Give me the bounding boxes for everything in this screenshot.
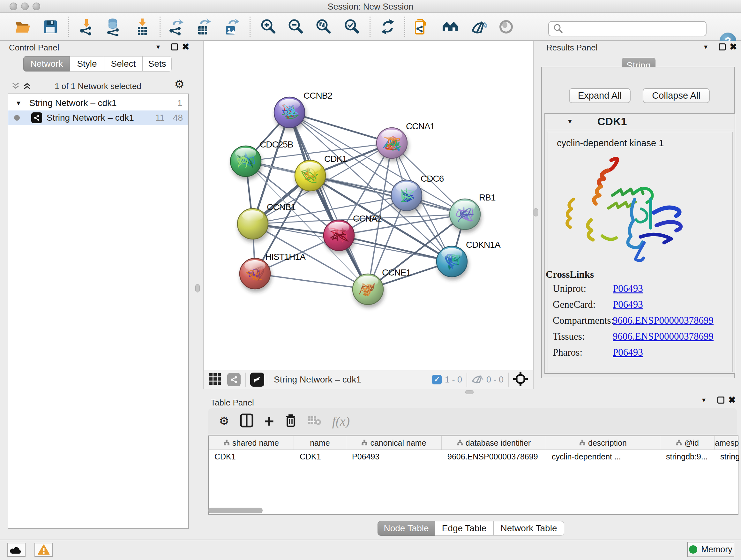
refresh-icon[interactable] [378, 17, 397, 37]
gene-description: cyclin-dependent kinase 1 [557, 138, 664, 148]
show-columns-icon[interactable] [240, 414, 253, 429]
search-field[interactable] [548, 21, 706, 37]
table-cell[interactable]: P06493 [346, 450, 442, 463]
table-cell[interactable]: cyclin-dependent ... [546, 450, 660, 463]
network-node-CCNE1[interactable] [353, 274, 383, 305]
float-panel-icon[interactable]: ▾ [704, 44, 708, 51]
float-panel-icon[interactable]: ▾ [156, 44, 160, 51]
crosslink-link[interactable]: P06493 [613, 299, 643, 310]
network-node-HIST1H1A[interactable] [240, 258, 270, 289]
zoom-selected-icon[interactable] [342, 17, 361, 37]
gene-header-row[interactable]: ▼ CDK1 [545, 114, 735, 129]
network-edge[interactable] [289, 112, 392, 143]
network-node-CCNA2[interactable] [324, 220, 354, 251]
network-edge[interactable] [255, 273, 368, 289]
network-edge[interactable] [289, 112, 368, 289]
tab-sets[interactable]: Sets [143, 56, 172, 71]
import-network-from-database-icon[interactable] [104, 17, 123, 37]
bottom-splitter-handle[interactable] [465, 390, 474, 394]
fit-selected-crosshair-icon[interactable] [513, 372, 528, 388]
add-column-icon[interactable]: + [264, 415, 274, 428]
network-node-CCNA1[interactable] [377, 128, 407, 159]
table-cell[interactable]: CDK1 [209, 450, 294, 463]
table-options-gear-icon[interactable]: ⚙ [219, 415, 229, 427]
crosslink-link[interactable]: 9606.ENSP00000378699 [613, 331, 714, 342]
network-edge[interactable] [339, 235, 452, 261]
birds-eye-view-icon[interactable] [250, 373, 264, 387]
network-node-CCNB2[interactable] [274, 97, 305, 128]
undock-panel-icon[interactable] [718, 396, 724, 403]
tab-network[interactable]: Network [23, 56, 70, 71]
cloud-button[interactable] [7, 543, 25, 557]
tab-network-table[interactable]: Network Table [493, 521, 564, 536]
collapse-all-button[interactable]: Collapse All [643, 88, 710, 103]
search-input[interactable] [563, 24, 701, 34]
expand-all-button[interactable]: Expand All [569, 88, 630, 103]
home-pages-icon[interactable] [441, 17, 460, 37]
crosslink-link[interactable]: P06493 [613, 283, 643, 294]
zoom-in-icon[interactable] [259, 17, 278, 37]
left-splitter-handle[interactable] [195, 284, 200, 293]
save-session-icon[interactable] [41, 17, 60, 37]
close-panel-icon[interactable]: ✖ [182, 43, 189, 51]
network-node-CDC6[interactable] [391, 180, 422, 211]
table-row[interactable]: CDK1CDK1P064939606.ENSP00000378699cyclin… [209, 450, 738, 463]
table-cell[interactable]: 9606.ENSP00000378699 [442, 450, 546, 463]
tab-edge-table-label: Edge Table [442, 523, 487, 534]
open-session-icon[interactable] [13, 17, 32, 37]
horizontal-scrollbar[interactable] [208, 508, 263, 513]
table-cell[interactable]: stringdb [715, 450, 739, 463]
network-node-CDKN1A[interactable] [436, 246, 467, 277]
tab-style[interactable]: Style [70, 56, 104, 71]
zoom-fit-icon[interactable] [314, 17, 333, 37]
network-graph[interactable]: CCNB2CCNA1CDC25BCDK1CDC6RB1CCNB1CCNA2CDK… [204, 41, 533, 369]
import-table-icon[interactable] [133, 17, 152, 37]
crosslink-link[interactable]: 9606.ENSP00000378699 [613, 315, 714, 326]
disclosure-triangle-icon[interactable]: ▼ [567, 118, 573, 125]
table-cell[interactable]: stringdb:9... [660, 450, 715, 463]
zoom-out-icon[interactable] [286, 17, 305, 37]
apps-share-icon[interactable] [412, 17, 431, 37]
column-header--id[interactable]: @id [660, 436, 715, 449]
node-table[interactable]: shared namenamecanonical namedatabase id… [208, 435, 738, 515]
export-table-icon[interactable] [194, 17, 213, 37]
export-network-icon[interactable] [166, 17, 185, 37]
right-splitter-handle[interactable] [534, 208, 538, 216]
network-node-RB1[interactable] [450, 199, 480, 230]
close-panel-icon[interactable]: ✖ [730, 43, 737, 51]
network-node-CDK1[interactable] [295, 160, 326, 191]
hide-graphics-details-icon[interactable] [469, 17, 488, 37]
crosslink-link[interactable]: P06493 [613, 347, 643, 358]
table-cell[interactable]: CDK1 [294, 450, 346, 463]
network-node-CDC25B[interactable] [230, 146, 261, 177]
undock-panel-icon[interactable] [171, 44, 178, 51]
column-header-name[interactable]: name [294, 436, 346, 449]
column-header-database-identifier[interactable]: database identifier [442, 436, 546, 449]
selected-checkbox-icon[interactable]: ✓ [432, 375, 442, 384]
network-canvas[interactable]: CCNB2CCNA1CDC25BCDK1CDC6RB1CCNB1CCNA2CDK… [203, 41, 534, 370]
tab-node-table[interactable]: Node Table [378, 521, 435, 536]
column-header-canonical-name[interactable]: canonical name [346, 436, 442, 449]
grid-view-icon[interactable] [209, 373, 221, 387]
tab-select[interactable]: Select [104, 56, 143, 71]
float-panel-icon[interactable]: ▾ [702, 396, 705, 403]
birds-eye-toggle-icon[interactable] [496, 17, 516, 37]
column-header-namespace[interactable]: namespace [715, 436, 739, 449]
tab-edge-table[interactable]: Edge Table [435, 521, 493, 536]
network-collection-row[interactable]: ▼ String Network – cdk1 1 [8, 96, 188, 111]
delete-column-icon[interactable] [285, 414, 296, 429]
warnings-button[interactable] [35, 543, 53, 557]
memory-button[interactable]: Memory [687, 542, 734, 557]
column-header-shared-name[interactable]: shared name [209, 436, 294, 449]
string-view-icon[interactable] [227, 373, 241, 386]
network-node-CCNB1[interactable] [238, 208, 268, 239]
export-image-icon[interactable] [221, 17, 241, 37]
undock-panel-icon[interactable] [719, 44, 726, 51]
import-network-icon[interactable] [77, 17, 96, 37]
network-options-gear-icon[interactable]: ⚙ [174, 78, 185, 90]
disclosure-triangle-icon[interactable]: ▼ [15, 100, 22, 107]
node-details-box: ▼ CDK1 cyclin-dependent kinase 1 [544, 113, 735, 374]
close-panel-icon[interactable]: ✖ [728, 396, 736, 404]
network-row[interactable]: String Network – cdk1 11 48 [8, 111, 188, 125]
column-header-description[interactable]: description [546, 436, 660, 449]
